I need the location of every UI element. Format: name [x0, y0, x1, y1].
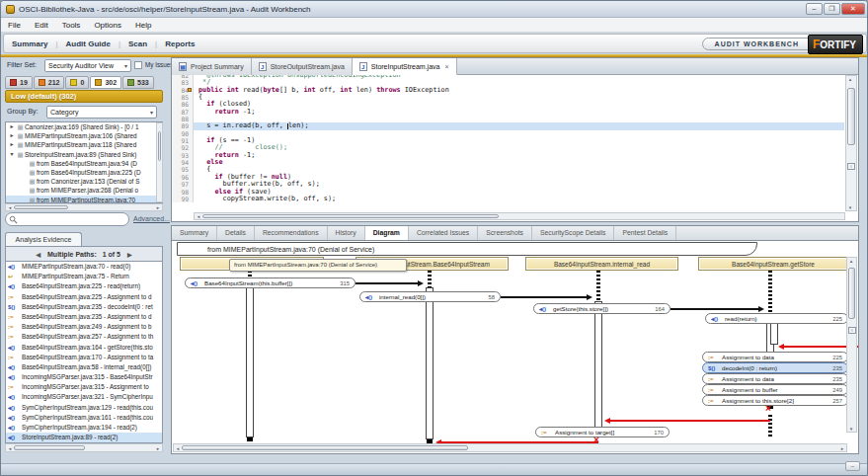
issue-tree-hscrollbar[interactable]: ◂ ▸ — [5, 203, 163, 211]
tree-item[interactable]: ▦from Base64InputStream.java:94 (D — [6, 159, 162, 168]
evidence-item[interactable]: ◂()SymCipherInputStream.java:129 - read(… — [6, 403, 162, 413]
evidence-item[interactable]: ◂()IncomingMSGParser.java:321 - SymCiphe… — [6, 392, 162, 402]
diagram-node[interactable]: :=Assignment to data225 — [702, 352, 848, 362]
menu-options[interactable]: Options — [87, 18, 128, 33]
scrollbar-annotation-mark[interactable]: ≡ — [847, 163, 855, 170]
scroll-left-icon[interactable]: ◂ — [6, 445, 14, 451]
maximize-button[interactable]: ❐ — [824, 3, 840, 15]
tree-item[interactable]: ▦from MIMEParser.java:268 (Denial o — [6, 186, 162, 195]
diagram-node[interactable]: ◂()Base64InputStream(this.buffer[])315 — [185, 278, 355, 288]
scroll-down-icon[interactable]: ▾ — [847, 426, 855, 432]
severity-count-button[interactable]: 302 — [90, 76, 121, 89]
restore-panel-button[interactable]: – — [845, 461, 860, 471]
issue-tree-vscrollbar[interactable] — [156, 122, 163, 202]
diagram-node[interactable]: :=Assignment to this.store[2]257 — [702, 395, 848, 406]
evidence-item[interactable]: :=Base64InputStream.java:235 - Assignmen… — [6, 312, 162, 322]
tab-recommendations[interactable]: Recommendations — [255, 226, 328, 240]
diagram-node[interactable]: ◂()read(return)225 — [705, 313, 848, 324]
scroll-up-icon[interactable]: ▴ — [847, 258, 855, 264]
tab-pentest-details[interactable]: Pentest Details — [614, 226, 676, 240]
scroll-up-icon[interactable]: ▴ — [846, 76, 854, 82]
evidence-item[interactable]: ◂()Base64InputStream.java:58 - internal_… — [6, 362, 162, 372]
toolbar-link-reports[interactable]: Reports — [157, 40, 202, 48]
tree-item[interactable]: ▦from Base64InputStream.java:225 (D — [6, 168, 162, 177]
close-button[interactable]: ✕ — [841, 3, 865, 15]
severity-count-button[interactable]: 0 — [65, 76, 89, 89]
filter-set-dropdown[interactable]: Security Auditor View▾ — [44, 59, 131, 72]
diagram-node[interactable]: ◂()getStore(this.store[])164 — [533, 303, 671, 314]
evidence-item[interactable]: ◂()IncomingMSGParser.java:315 - Base64In… — [6, 372, 162, 382]
evidence-item[interactable]: ◂()SymCipherInputStream.java:161 - read(… — [6, 413, 162, 423]
diagram-vscrollbar[interactable]: ▴ ≡ ▾ — [846, 257, 857, 433]
diagram-hscrollbar[interactable]: ◂ ▸ — [173, 443, 847, 452]
evidence-item[interactable]: :=Base64InputStream.java:225 - Assignmen… — [6, 292, 162, 302]
editor-tab-project-summary[interactable]: ▤Project Summary — [172, 58, 252, 75]
next-path-icon[interactable]: ▶ — [122, 252, 137, 258]
toolbar-link-scan[interactable]: Scan — [120, 40, 155, 48]
tree-item[interactable]: ▸▦MIMEPartInputStream.java:106 (Shared — [6, 131, 162, 140]
tab-details[interactable]: Details — [217, 226, 255, 240]
scroll-left-icon[interactable]: ◂ — [195, 213, 202, 219]
close-icon[interactable]: × — [444, 63, 448, 70]
tree-item[interactable]: ▸▦MIMEPartInputStream.java:118 (Shared — [6, 140, 162, 149]
evidence-item[interactable]: ◂()Base64InputStream.java:164 - getStore… — [6, 343, 162, 353]
diagram-node[interactable]: :=Assignment to target[]170 — [535, 427, 670, 437]
lifeline-header[interactable]: Base64InputStream.getStore — [698, 257, 848, 271]
tab-securityscope-details[interactable]: SecurityScope Details — [532, 226, 615, 240]
advanced-link[interactable]: Advanced... — [133, 215, 170, 222]
menu-help[interactable]: Help — [128, 18, 158, 33]
diagram-node[interactable]: ◂()internal_read(0[])58 — [359, 291, 501, 302]
evidence-item[interactable]: ◂()SymCipherInputStream.java:194 - read(… — [6, 423, 162, 433]
scroll-right-icon[interactable]: ▸ — [154, 204, 162, 210]
diagram-node[interactable]: :=Assignment to data235 — [702, 373, 848, 384]
title-bar[interactable]: OSCI-Bibliothek-Java - src/de/osci/helpe… — [1, 1, 868, 18]
code-area[interactable]: 82* @throws IOException UnsupportedEncod… — [172, 75, 844, 211]
tree-item[interactable]: ▦from Canonizer.java:153 (Denial of S — [6, 177, 162, 186]
evidence-item[interactable]: :=IncomingMSGParser.java:315 - Assignmen… — [6, 382, 162, 392]
group-by-dropdown[interactable]: Category▾ — [46, 106, 157, 119]
tab-screenshots[interactable]: Screenshots — [478, 226, 532, 240]
severity-count-button[interactable]: 212 — [34, 76, 65, 89]
tree-item[interactable]: ▾▦StoreInputStream.java:89 (Shared Sink) — [6, 150, 162, 159]
severity-count-button[interactable]: 533 — [122, 76, 154, 89]
tree-item[interactable]: ▦from MIMEPartInputStream.java:70 — [6, 196, 162, 204]
tab-diagram[interactable]: Diagram — [365, 226, 409, 240]
scroll-left-icon[interactable]: ◂ — [6, 204, 14, 210]
evidence-item[interactable]: ↩MIMEPartInputStream.java:75 - Return — [6, 272, 162, 281]
tab-correlated-issues[interactable]: Correlated Issues — [409, 226, 478, 240]
tree-item[interactable]: ▸▦Canonizer.java:169 (Shared Sink) - [0 … — [6, 122, 162, 131]
editor-tab-storeoutputstream-java[interactable]: JStoreOutputStream.java — [252, 58, 353, 75]
evidence-hscrollbar[interactable]: ◂ ▸ — [5, 443, 163, 452]
my-issues-checkbox[interactable] — [134, 61, 142, 69]
toolbar-link-audit-guide[interactable]: Audit Guide — [58, 40, 118, 48]
editor-vscrollbar[interactable]: ▴ ≡ ▾ — [845, 75, 857, 211]
menu-edit[interactable]: Edit — [28, 18, 55, 33]
diagram-node[interactable]: :=Assignment to buffer249 — [702, 384, 848, 395]
evidence-item[interactable]: ◂()StoreInputStream.java:89 - read(2) — [6, 433, 162, 442]
scroll-down-icon[interactable]: ▾ — [846, 204, 854, 210]
editor-tab-storeinputstream-java[interactable]: JStoreInputStream.java× — [353, 58, 457, 75]
lifeline-header[interactable]: Base64InputStream.internal_read — [525, 257, 678, 271]
tab-history[interactable]: History — [328, 226, 365, 240]
prev-path-icon[interactable]: ◀ — [31, 252, 45, 258]
evidence-item[interactable]: ◂()MIMEPartInputStream.java:70 - read(0) — [6, 262, 162, 272]
scrollbar-annotation-mark[interactable]: ≡ — [848, 327, 856, 334]
tab-analysis-evidence[interactable]: Analysis Evidence — [5, 232, 82, 246]
evidence-item[interactable]: ◂()Base64InputStream.java:225 - read(ret… — [6, 281, 162, 291]
diagram-node[interactable]: $()decodeInt(0 : return)235 — [702, 362, 848, 373]
editor-hscrollbar[interactable]: ◂ — [194, 212, 845, 220]
scroll-right-icon[interactable]: ▸ — [838, 445, 846, 451]
severity-banner[interactable]: Low (default) (302) — [5, 90, 163, 103]
search-box[interactable] — [5, 212, 129, 226]
evidence-item[interactable]: :=Base64InputStream.java:249 - Assignmen… — [6, 322, 162, 332]
evidence-item[interactable]: $()Base64InputStream.java:235 - decodeIn… — [6, 302, 162, 312]
toolbar-link-summary[interactable]: Summary — [4, 40, 55, 48]
menu-tools[interactable]: Tools — [55, 18, 88, 33]
evidence-item[interactable]: :=Base64InputStream.java:170 - Assignmen… — [6, 353, 162, 362]
minimize-button[interactable]: – — [806, 3, 823, 15]
menu-file[interactable]: File — [1, 18, 28, 33]
scroll-right-icon[interactable]: ▸ — [154, 445, 162, 451]
scroll-left-icon[interactable]: ◂ — [174, 445, 182, 451]
evidence-item[interactable]: :=Base64InputStream.java:257 - Assignmen… — [6, 332, 162, 342]
severity-count-button[interactable]: 19 — [5, 76, 33, 89]
